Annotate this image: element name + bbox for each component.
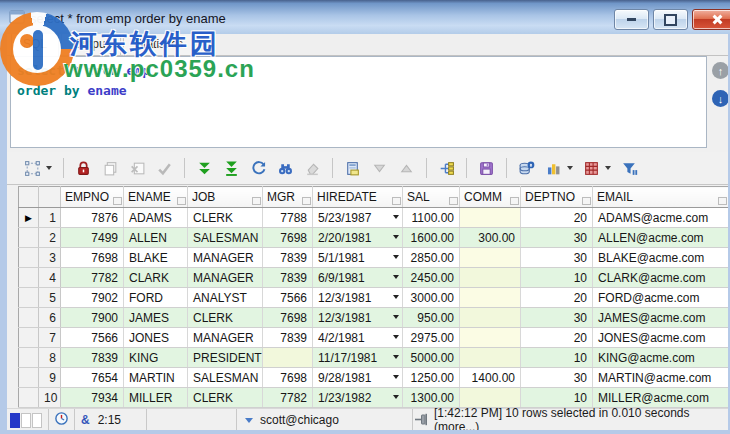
row-number[interactable]: 2 [39,228,61,248]
save-results-button[interactable] [474,158,499,179]
cell-hiredate[interactable]: 11/17/1981 [313,348,403,368]
cell-ename[interactable]: ALLEN [124,228,188,248]
cell-sal[interactable]: 1100.00 [403,208,460,228]
tab-sql[interactable]: SQL [11,33,59,56]
row-number[interactable]: 8 [39,348,61,368]
cell-mgr[interactable] [263,348,313,368]
close-button[interactable] [692,9,730,30]
cell-job[interactable]: CLERK [188,308,263,328]
row-number[interactable]: 4 [39,268,61,288]
cell-job[interactable]: SALESMAN [188,228,263,248]
cell-deptno[interactable]: 30 [521,308,593,328]
column-sort-handle[interactable] [252,197,261,205]
cell-ename[interactable]: CLARK [124,268,188,288]
date-dropdown-icon[interactable] [393,295,399,299]
column-sort-handle[interactable] [449,197,458,205]
tab-output[interactable]: Output [61,33,121,55]
column-sort-handle[interactable] [177,197,186,205]
cell-deptno[interactable]: 20 [521,328,593,348]
tab-statistics[interactable]: Statistics [123,33,195,55]
cell-empno[interactable]: 7900 [61,308,124,328]
cell-email[interactable]: JAMES@acme.com [593,308,729,328]
cell-mgr[interactable]: 7839 [263,248,313,268]
cell-job[interactable]: MANAGER [188,248,263,268]
cell-sal[interactable]: 2450.00 [403,268,460,288]
cell-comm[interactable]: 1400.00 [460,368,521,388]
cell-deptno[interactable]: 10 [521,388,593,408]
cell-hiredate[interactable]: 12/3/1981 [313,288,403,308]
cell-deptno[interactable]: 30 [521,228,593,248]
cell-job[interactable]: MANAGER [188,268,263,288]
cell-email[interactable]: ADAMS@acme.com [593,208,729,228]
cell-email[interactable]: FORD@acme.com [593,288,729,308]
column-sort-handle[interactable] [302,197,311,205]
date-dropdown-icon[interactable] [393,315,399,319]
cell-sal[interactable]: 2850.00 [403,248,460,268]
cell-hiredate[interactable]: 4/2/1981 [313,328,403,348]
pivot-grid-button[interactable] [579,158,615,179]
cell-empno[interactable]: 7698 [61,248,124,268]
row-number[interactable]: 1 [39,208,61,228]
row-number[interactable]: 9 [39,368,61,388]
cell-deptno[interactable]: 30 [521,248,593,268]
scroll-up-button[interactable]: ↑ [712,62,729,79]
cell-job[interactable]: PRESIDENT [188,348,263,368]
row-number[interactable]: 7 [39,328,61,348]
cell-empno[interactable]: 7902 [61,288,124,308]
cell-sal[interactable]: 1600.00 [403,228,460,248]
row-number[interactable]: 3 [39,248,61,268]
cell-comm[interactable]: 300.00 [460,228,521,248]
cell-sal[interactable]: 5000.00 [403,348,460,368]
cell-deptno[interactable]: 20 [521,288,593,308]
cell-deptno[interactable]: 10 [521,268,593,288]
cell-mgr[interactable]: 7782 [263,388,313,408]
session-segment[interactable]: scott@chicago [237,409,413,431]
column-sort-handle[interactable] [718,197,727,205]
cell-hiredate[interactable]: 5/23/1987 [313,208,403,228]
cell-deptno[interactable]: 30 [521,368,593,388]
cell-ename[interactable]: JAMES [124,308,188,328]
minimize-button[interactable] [614,9,649,30]
dropdown-caret-icon[interactable] [567,166,573,170]
date-dropdown-icon[interactable] [393,215,399,219]
filter-button[interactable] [617,158,642,179]
cell-ename[interactable]: MILLER [124,388,188,408]
cell-job[interactable]: SALESMAN [188,368,263,388]
cell-empno[interactable]: 7934 [61,388,124,408]
cell-email[interactable]: BLAKE@acme.com [593,248,729,268]
row-number[interactable]: 6 [39,308,61,328]
cell-email[interactable]: ALLEN@acme.com [593,228,729,248]
cell-comm[interactable] [460,248,521,268]
chart-button[interactable] [541,158,577,179]
cell-mgr[interactable]: 7566 [263,288,313,308]
column-sort-handle[interactable] [113,197,122,205]
single-record-view-button[interactable] [340,158,365,179]
cell-ename[interactable]: JONES [124,328,188,348]
cell-mgr[interactable]: 7698 [263,228,313,248]
fetch-all-rows-button[interactable] [219,158,244,179]
cell-hiredate[interactable]: 9/28/1981 [313,368,403,388]
column-header-email[interactable]: EMAIL [593,187,729,208]
find-button[interactable] [273,158,298,179]
row-number[interactable]: 5 [39,288,61,308]
cell-ename[interactable]: KING [124,348,188,368]
column-header-ename[interactable]: ENAME [124,187,188,208]
column-header-hiredate[interactable]: HIREDATE [313,187,403,208]
cell-ename[interactable]: FORD [124,288,188,308]
date-dropdown-icon[interactable] [393,375,399,379]
select-mode-button[interactable] [20,158,56,179]
dropdown-caret-icon[interactable] [605,166,611,170]
cell-hiredate[interactable]: 12/3/1981 [313,308,403,328]
cell-mgr[interactable]: 7839 [263,328,313,348]
column-header-sal[interactable]: SAL [403,187,460,208]
cell-empno[interactable]: 7876 [61,208,124,228]
column-sort-handle[interactable] [510,197,519,205]
cell-mgr[interactable]: 7698 [263,368,313,388]
cell-sal[interactable]: 3000.00 [403,288,460,308]
cell-sal[interactable]: 1250.00 [403,368,460,388]
cell-deptno[interactable]: 10 [521,348,593,368]
cell-hiredate[interactable]: 1/23/1982 [313,388,403,408]
date-dropdown-icon[interactable] [393,335,399,339]
cell-deptno[interactable]: 20 [521,208,593,228]
cell-ename[interactable]: ADAMS [124,208,188,228]
